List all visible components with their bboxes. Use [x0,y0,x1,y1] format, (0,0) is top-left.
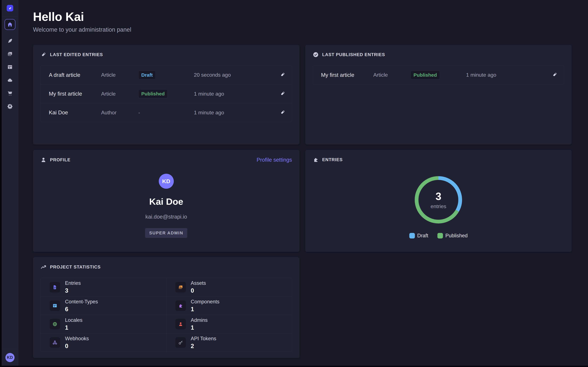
published-swatch [437,233,443,238]
key-icon [175,337,186,348]
card-header: ENTRIES [313,157,564,163]
sidebar-item-deploy[interactable] [7,77,13,83]
entry-type: Article [101,91,138,97]
card-header: LAST PUBLISHED ENTRIES [313,52,564,58]
card-title: ENTRIES [322,157,343,162]
entry-name[interactable]: My first article [49,91,101,97]
sidebar-nav [5,19,15,113]
media-library-icon [7,51,13,57]
puzzle-icon [313,157,319,163]
stat-value: 3 [65,287,81,294]
globe-icon [50,319,60,329]
statistics-table: Entries3 Assets0 Content-Types6 [41,278,292,352]
content-type-builder-icon [7,64,13,70]
entry-name[interactable]: Kai Doe [49,109,101,116]
stat-entries: Entries3 [41,278,166,296]
page-subtitle: Welcome to your administration panel [33,26,572,33]
card-title: LAST PUBLISHED ENTRIES [322,52,385,57]
table-row: My first article Article Published 1 min… [41,84,292,103]
stat-label: Assets [191,280,206,286]
draft-swatch [409,233,415,238]
profile-avatar: KD [159,174,174,189]
entries-donut-chart: 3 entries [414,175,463,224]
legend-item-draft: Draft [409,233,428,239]
pencil-icon [280,72,285,77]
sidebar-item-home[interactable] [5,19,15,30]
role-badge: SUPER ADMIN [145,228,187,238]
stat-assets: Assets0 [166,278,292,296]
stat-value: 0 [65,343,89,350]
puzzle-icon [175,300,186,311]
profile-body: KD Kai Doe kai.doe@strapi.io SUPER ADMIN [41,163,292,238]
pencil-icon [280,110,285,115]
entry-updated-time: 1 minute ago [194,110,274,116]
entries-chart-card: ENTRIES 3 entries [305,150,572,252]
status-badge: Published [411,71,440,79]
home-icon [7,22,13,27]
profile-name: Kai Doe [149,196,183,207]
main-content: Hello Kai Welcome to your administration… [18,0,588,366]
stat-admins: Admins1 [166,315,292,333]
last-edited-table: A draft article Article Draft 20 seconds… [41,65,292,122]
user-icon [41,157,46,163]
stat-label: Content-Types [65,299,98,305]
sidebar-item-settings[interactable] [7,103,13,109]
chart-legend: Draft Published [409,233,468,239]
admin-panel: KD Hello Kai Welcome to your administrat… [2,0,588,366]
webhook-icon [50,337,60,348]
stat-locales: Locales1 [41,315,166,333]
stat-content-types: Content-Types6 [41,297,166,315]
last-published-entries-card: LAST PUBLISHED ENTRIES My first article … [305,45,572,144]
edit-entry-button[interactable] [280,72,285,78]
status-badge: Published [138,89,168,98]
stat-label: Components [191,299,219,305]
sidebar-item-media-library[interactable] [7,51,13,57]
entry-updated-time: 1 minute ago [194,91,274,97]
status-badge: - [138,110,140,116]
strapi-logo[interactable] [7,5,13,11]
sidebar-logo-section [2,0,18,16]
entry-updated-time: 1 minute ago [466,72,546,78]
trending-up-icon [41,264,46,270]
card-title: PROFILE [50,157,70,162]
entry-name[interactable]: A draft article [49,72,101,78]
edit-entry-button[interactable] [280,91,285,97]
file-icon [50,282,60,292]
legend-label: Draft [417,233,428,239]
profile-settings-link[interactable]: Profile settings [257,157,292,163]
donut-center-label: 3 entries [414,175,463,224]
cloud-icon [7,77,13,83]
stat-value: 1 [191,306,219,313]
entries-total: 3 [435,190,441,202]
entry-updated-time: 20 seconds ago [194,72,274,78]
dashboard-grid: LAST EDITED ENTRIES A draft article Arti… [33,45,572,358]
card-title: PROJECT STATISTICS [50,265,101,270]
edit-entry-button[interactable] [552,72,557,78]
card-header: LAST EDITED ENTRIES [41,52,292,58]
stat-label: Locales [65,317,82,323]
user-avatar[interactable]: KD [5,353,15,362]
stat-label: Entries [65,280,81,286]
stat-api-tokens: API Tokens2 [166,334,292,352]
images-icon [175,282,186,292]
profile-card: PROFILE Profile settings KD Kai Doe kai.… [33,150,300,252]
feather-pen-icon [7,38,13,44]
edit-entry-button[interactable] [280,110,285,116]
status-badge: Draft [138,71,156,79]
pencil-icon [41,52,46,58]
entries-chart-body: 3 entries Draft Published [313,163,564,239]
entries-caption: entries [431,203,446,209]
page-title: Hello Kai [33,10,572,24]
sidebar: KD [2,0,18,366]
entry-name[interactable]: My first article [321,72,373,78]
project-statistics-card: PROJECT STATISTICS Entries3 Assets0 [33,257,300,358]
stat-components: Components1 [166,297,292,315]
profile-email: kai.doe@strapi.io [145,214,187,220]
stat-value: 0 [191,287,206,294]
sidebar-item-content-manager[interactable] [7,38,13,44]
sidebar-item-marketplace[interactable] [7,90,13,96]
entry-type: Article [101,72,138,78]
table-row: A draft article Article Draft 20 seconds… [41,66,292,84]
stat-value: 1 [65,324,82,331]
sidebar-item-content-type-builder[interactable] [7,64,13,70]
